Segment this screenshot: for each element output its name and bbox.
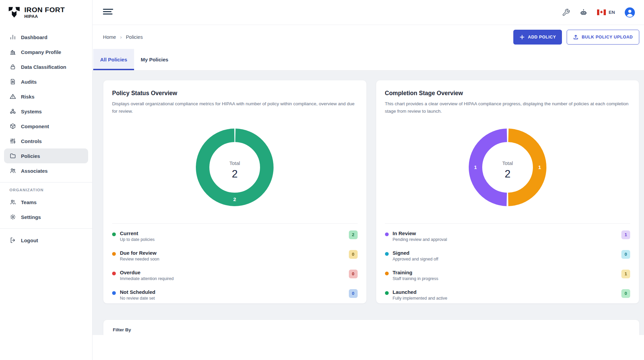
alert-triangle-icon (9, 93, 16, 100)
policy-status-overview-card: Policy Status Overview Displays overall … (103, 80, 367, 304)
sidebar-item-settings[interactable]: Settings (4, 210, 88, 224)
sidebar-item-audits[interactable]: Audits (4, 74, 88, 89)
sidebar-item-label: Logout (21, 238, 38, 243)
donut-total-value: 2 (232, 168, 238, 180)
sidebar-item-label: Settings (21, 214, 41, 220)
brand-logo[interactable]: IRON FORT HIPAA (0, 0, 92, 25)
brand-name: IRON FORT (24, 6, 65, 13)
legend-desc: Pending review and approval (393, 237, 447, 242)
legend-item-overdue: Overdue Immediate attention required 0 (112, 266, 358, 285)
card-title: Completion Stage Overview (385, 90, 630, 97)
sidebar-item-label: Policies (21, 153, 40, 159)
add-policy-button[interactable]: ADD POLICY (513, 30, 562, 45)
card-description: This chart provides a clear overview of … (385, 100, 630, 115)
plus-icon (519, 34, 525, 40)
sidebar-item-systems[interactable]: Systems (4, 104, 88, 119)
sidebar-item-logout[interactable]: Logout (4, 233, 88, 248)
sidebar-item-dashboard[interactable]: Dashboard (4, 30, 88, 45)
top-header: EN (93, 0, 644, 25)
bar-chart-icon (9, 34, 16, 40)
legend-dot (112, 252, 116, 256)
sidebar-item-company-profile[interactable]: Company Profile (4, 45, 88, 59)
menu-toggle-icon[interactable] (103, 9, 113, 16)
sidebar-item-associates[interactable]: Associates (4, 163, 88, 178)
donut-total-label: Total (502, 160, 513, 166)
legend-dot (385, 252, 389, 256)
legend-name: In Review (393, 230, 447, 236)
count-badge: 2 (349, 230, 358, 239)
count-badge: 1 (621, 230, 630, 239)
upload-icon (573, 34, 578, 40)
cube-icon (9, 123, 16, 130)
donut-segment-current (202, 135, 267, 200)
file-lock-icon (9, 78, 16, 85)
sidebar-item-policies[interactable]: Policies (4, 148, 88, 163)
count-badge: 0 (621, 289, 630, 298)
legend-dot (112, 291, 116, 295)
sidebar-divider (0, 182, 92, 183)
card-description: Displays overall organizational complian… (112, 100, 358, 115)
donut-slice-value-left: 1 (474, 164, 477, 170)
sidebar-nav: Dashboard Company Profile Data Classific… (0, 25, 92, 248)
legend-desc: Immediate attention required (120, 276, 174, 281)
legend-dot (385, 272, 389, 275)
legend-desc: Approved and signed off (393, 257, 438, 261)
content-area: Policy Status Overview Displays overall … (93, 71, 644, 335)
legend-dot (112, 272, 116, 275)
sidebar-item-component[interactable]: Component (4, 119, 88, 134)
team-icon (9, 199, 16, 205)
gear-icon (9, 214, 16, 220)
legend-desc: Review needed soon (120, 257, 159, 261)
lock-icon (9, 63, 16, 70)
tab-all-policies[interactable]: All Policies (93, 49, 134, 70)
legend-dot (385, 291, 389, 295)
sidebar-item-label: Controls (21, 138, 42, 144)
robot-assistant-icon[interactable] (579, 8, 588, 17)
completion-stage-donut-chart: Total 2 1 1 (467, 127, 548, 208)
legend-desc: Staff training in progress (393, 276, 438, 281)
sliders-icon (9, 138, 16, 144)
sidebar-item-controls[interactable]: Controls (4, 134, 88, 148)
user-avatar[interactable] (624, 7, 635, 18)
donut-slice-value: 2 (233, 196, 236, 202)
count-badge: 1 (621, 270, 630, 278)
legend-item-in-review: In Review Pending review and approval 1 (385, 226, 630, 246)
breadcrumb-home[interactable]: Home (103, 34, 116, 40)
ironfort-bull-icon (7, 6, 21, 19)
legend-item-current: Current Up to date policies 2 (112, 226, 358, 246)
filter-by-label: Filter By (113, 327, 630, 332)
sidebar-item-risks[interactable]: Risks (4, 89, 88, 104)
count-badge: 0 (349, 250, 358, 259)
completion-stage-overview-card: Completion Stage Overview This chart pro… (376, 80, 640, 304)
language-switcher[interactable]: EN (597, 9, 615, 15)
cluster-icon (9, 108, 16, 115)
wrench-icon[interactable] (562, 8, 570, 17)
count-badge: 0 (349, 289, 358, 298)
folder-icon (9, 153, 16, 159)
donut-total-label: Total (229, 160, 240, 166)
breadcrumb: Home › Policies (103, 34, 143, 40)
donut-slice-value-right: 1 (538, 164, 541, 170)
legend-item-launched: Launched Fully implemented and active 0 (385, 285, 630, 305)
sidebar-item-teams[interactable]: Teams (4, 195, 88, 210)
sidebar-item-label: Teams (21, 199, 36, 205)
tab-my-policies[interactable]: My Policies (134, 49, 175, 70)
legend-name: Signed (393, 250, 438, 256)
sidebar-item-data-classification[interactable]: Data Classification (4, 59, 88, 74)
legend-name: Launched (393, 289, 447, 295)
sidebar-item-label: Component (21, 123, 49, 129)
policy-status-donut-chart: Total 2 2 (194, 127, 275, 208)
sidebar-item-label: Systems (21, 109, 42, 114)
sidebar-item-label: Data Classification (21, 64, 66, 70)
filter-card: Filter By All Policies APPLY FILTER RESE… (103, 320, 640, 335)
legend-item-signed: Signed Approved and signed off 0 (385, 246, 630, 266)
page-header-row: Home › Policies ADD POLICY BULK POLICY U… (93, 25, 644, 49)
bulk-policy-upload-button[interactable]: BULK POLICY UPLOAD (567, 30, 639, 45)
legend-desc: No review date set (120, 296, 155, 301)
donut-total-value: 2 (505, 168, 510, 180)
canada-flag-icon (597, 9, 606, 15)
language-label: EN (609, 10, 615, 15)
logout-icon (9, 237, 16, 244)
sidebar: IRON FORT HIPAA Dashboard Company Profil… (0, 0, 93, 360)
legend-desc: Up to date policies (120, 237, 155, 242)
